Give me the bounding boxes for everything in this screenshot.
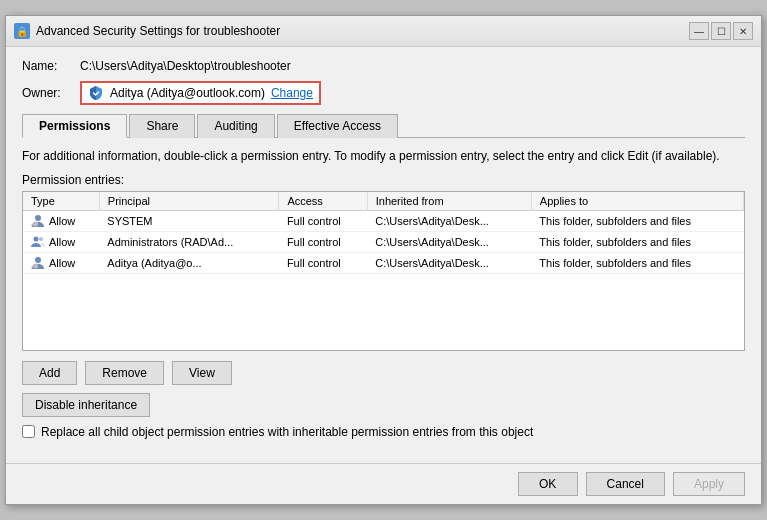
replace-permissions-label: Replace all child object permission entr… [41,425,533,439]
add-button[interactable]: Add [22,361,77,385]
checkbox-row: Replace all child object permission entr… [22,425,745,439]
row2-applies: This folder, subfolders and files [531,231,743,252]
table-body: Allow SYSTEM Full control C:\Users\Adity… [23,210,744,273]
permissions-table: Type Principal Access Inherited from App… [23,192,744,274]
svg-point-2 [34,236,39,241]
tab-effective-access[interactable]: Effective Access [277,114,398,138]
svg-point-4 [35,257,41,263]
title-controls: — ☐ ✕ [689,22,753,40]
row2-access: Full control [279,231,367,252]
row3-inherited: C:\Users\Aditya\Desk... [367,252,531,273]
info-text: For additional information, double-click… [22,148,745,165]
row1-principal: SYSTEM [99,210,279,231]
table-row[interactable]: Allow SYSTEM Full control C:\Users\Adity… [23,210,744,231]
owner-value: Aditya (Aditya@outlook.com) [110,86,265,100]
col-inherited: Inherited from [367,192,531,211]
section-label: Permission entries: [22,173,745,187]
disable-inheritance-button[interactable]: Disable inheritance [22,393,150,417]
row3-type: Allow [23,252,99,273]
maximize-button[interactable]: ☐ [711,22,731,40]
row2-principal: Administrators (RAD\Ad... [99,231,279,252]
svg-point-1 [33,221,38,226]
table-header: Type Principal Access Inherited from App… [23,192,744,211]
tab-bar: Permissions Share Auditing Effective Acc… [22,113,745,138]
dialog-content: Name: C:\Users\Aditya\Desktop\troublesho… [6,47,761,463]
close-button[interactable]: ✕ [733,22,753,40]
users-icon [31,235,45,249]
name-value: C:\Users\Aditya\Desktop\troubleshooter [80,59,291,73]
row2-inherited: C:\Users\Aditya\Desk... [367,231,531,252]
table-row[interactable]: Allow Administrators (RAD\Ad... Full con… [23,231,744,252]
change-link[interactable]: Change [271,86,313,100]
window-title: Advanced Security Settings for troublesh… [36,24,280,38]
row2-type: Allow [23,231,99,252]
user-icon [31,214,45,228]
ok-button[interactable]: OK [518,472,578,496]
col-applies: Applies to [531,192,743,211]
header-row: Type Principal Access Inherited from App… [23,192,744,211]
svg-point-0 [35,215,41,221]
row3-principal: Aditya (Aditya@o... [99,252,279,273]
action-buttons: Add Remove View [22,361,745,385]
svg-point-3 [39,237,43,241]
name-label: Name: [22,59,72,73]
owner-box: Aditya (Aditya@outlook.com) Change [80,81,321,105]
tab-auditing[interactable]: Auditing [197,114,274,138]
remove-button[interactable]: Remove [85,361,164,385]
view-button[interactable]: View [172,361,232,385]
replace-permissions-checkbox[interactable] [22,425,35,438]
owner-row: Owner: Aditya (Aditya@outlook.com) Chang… [22,81,745,105]
shield-icon [88,85,104,101]
apply-button[interactable]: Apply [673,472,745,496]
row1-inherited: C:\Users\Aditya\Desk... [367,210,531,231]
dialog-footer: OK Cancel Apply [6,463,761,504]
svg-point-5 [33,263,38,268]
name-row: Name: C:\Users\Aditya\Desktop\troublesho… [22,59,745,73]
row1-type: Allow [23,210,99,231]
main-window: 🔒 Advanced Security Settings for trouble… [5,15,762,505]
title-bar-left: 🔒 Advanced Security Settings for trouble… [14,23,280,39]
owner-label: Owner: [22,86,72,100]
row3-access: Full control [279,252,367,273]
tab-permissions[interactable]: Permissions [22,114,127,138]
permissions-table-container[interactable]: Type Principal Access Inherited from App… [22,191,745,351]
row3-applies: This folder, subfolders and files [531,252,743,273]
minimize-button[interactable]: — [689,22,709,40]
cancel-button[interactable]: Cancel [586,472,665,496]
col-access: Access [279,192,367,211]
tab-share[interactable]: Share [129,114,195,138]
row1-applies: This folder, subfolders and files [531,210,743,231]
col-type: Type [23,192,99,211]
window-icon: 🔒 [14,23,30,39]
title-bar: 🔒 Advanced Security Settings for trouble… [6,16,761,47]
col-principal: Principal [99,192,279,211]
user-icon [31,256,45,270]
row1-access: Full control [279,210,367,231]
table-row[interactable]: Allow Aditya (Aditya@o... Full control C… [23,252,744,273]
